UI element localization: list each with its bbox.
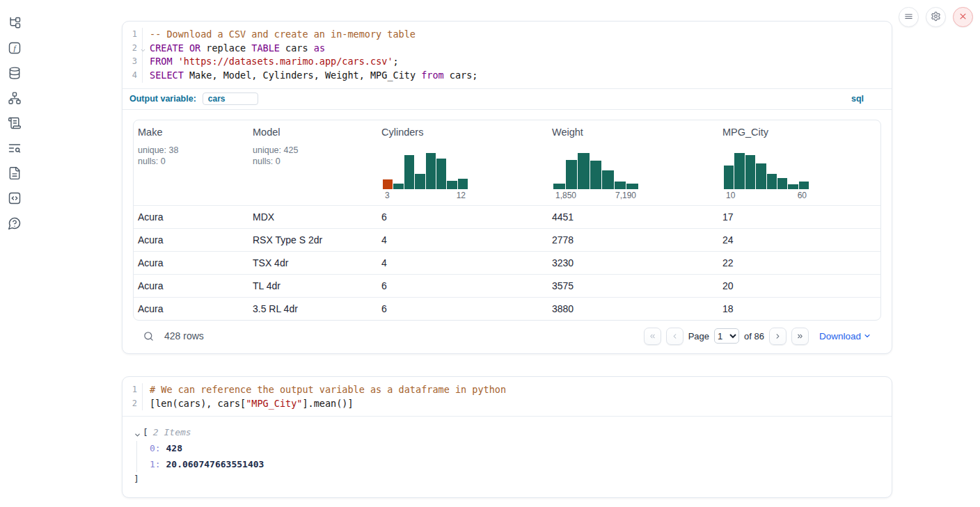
database-icon[interactable]: [8, 66, 22, 80]
file-tree-icon[interactable]: [8, 16, 22, 30]
code-text: CREATE OR replace TABLE cars as: [142, 42, 883, 56]
close-bracket: ]: [134, 472, 880, 486]
dependency-graph-icon[interactable]: [8, 91, 22, 105]
histogram-bar: [566, 160, 578, 189]
table-cell: Acura: [134, 298, 248, 320]
histogram-bar: [724, 166, 734, 189]
histogram-bar: [426, 153, 436, 189]
table-cell: 3.5 RL 4dr: [248, 298, 377, 320]
table-cell: 6: [377, 298, 548, 320]
table-cell: 3230: [548, 252, 718, 274]
chevron-down-icon: [863, 330, 871, 342]
histogram-bar: [777, 178, 787, 189]
python-output: [ 2 Items 0: 4281: 20.060747663551403 ]: [122, 416, 892, 497]
sql-code-editor[interactable]: 1-- Download a CSV and create an in-memo…: [122, 22, 892, 88]
download-label: Download: [819, 331, 861, 341]
table-cell: TL 4dr: [248, 275, 377, 297]
code-line: 1# We can reference the output variable …: [122, 383, 883, 397]
scratchpad-icon[interactable]: [8, 116, 22, 130]
line-number: 3: [122, 55, 142, 69]
page-select[interactable]: 1: [714, 328, 739, 344]
next-page-button[interactable]: [769, 328, 787, 345]
histogram-bar: [745, 155, 755, 189]
column-name[interactable]: Make: [138, 127, 162, 138]
column-histogram: 1060: [724, 153, 809, 201]
table-cell: 20: [718, 275, 880, 297]
histogram-bar: [788, 184, 798, 189]
histogram-bar: [590, 161, 602, 189]
help-icon[interactable]: [8, 216, 22, 230]
code-line: 2CREATE OR replace TABLE cars as: [122, 42, 883, 56]
open-bracket: [: [143, 426, 148, 440]
column-stats: unique: 425nulls: 0: [253, 145, 373, 168]
language-badge: sql: [851, 94, 885, 104]
histogram-bar: [767, 174, 777, 189]
last-page-button[interactable]: [791, 328, 809, 345]
table-cell: Acura: [134, 206, 248, 228]
shutdown-button[interactable]: [953, 7, 973, 27]
table-row: Acura3.5 RL 4dr6388018: [134, 297, 880, 320]
first-page-button[interactable]: [644, 328, 661, 345]
menu-icon: [903, 11, 914, 24]
table-row: AcuraRSX Type S 2dr4277824: [134, 228, 880, 251]
table-row: AcuraMDX6445117: [134, 205, 880, 228]
code-text: # We can reference the output variable a…: [142, 383, 883, 397]
items-count-label: 2 Items: [153, 426, 191, 440]
table-output: Makeunique: 38nulls: 0Modelunique: 425nu…: [122, 109, 892, 353]
column-header: Makeunique: 38nulls: 0: [134, 120, 248, 205]
table-cell: Acura: [134, 275, 248, 297]
table-cell: TSX 4dr: [248, 252, 377, 274]
column-name[interactable]: MPG_City: [722, 127, 768, 138]
settings-button[interactable]: [926, 7, 946, 27]
histogram-bar: [383, 179, 393, 189]
code-text: -- Download a CSV and create an in-memor…: [142, 28, 883, 42]
collapse-chevron-icon[interactable]: [134, 429, 141, 437]
sidebar: f: [0, 0, 29, 507]
notebook-main: 1-- Download a CSV and create an in-memo…: [122, 0, 892, 498]
list-item: 1: 20.060747663551403: [150, 457, 880, 473]
pagination: Page 1 of 86: [644, 328, 809, 345]
column-histogram: 312: [383, 153, 468, 201]
python-cell: 1# We can reference the output variable …: [122, 376, 892, 498]
download-button[interactable]: Download: [819, 330, 871, 342]
histogram-bar: [615, 182, 626, 189]
function-icon[interactable]: f: [8, 41, 22, 55]
column-name[interactable]: Cylinders: [381, 127, 423, 138]
documentation-icon[interactable]: [8, 166, 22, 180]
table-cell: 4: [377, 252, 548, 274]
histogram-max-label: 12: [457, 191, 466, 200]
line-number: 2: [122, 397, 142, 411]
table-cell: Acura: [134, 252, 248, 274]
column-header: Modelunique: 425nulls: 0: [248, 120, 377, 205]
code-text: [len(cars), cars["MPG_City"].mean()]: [142, 397, 883, 411]
table-cell: MDX: [248, 206, 377, 228]
column-name[interactable]: Weight: [552, 127, 583, 138]
logs-search-icon[interactable]: [8, 141, 22, 155]
table-cell: 18: [718, 298, 880, 320]
sql-cell: 1-- Download a CSV and create an in-memo…: [122, 21, 892, 354]
table-cell: 2778: [548, 229, 718, 251]
table-footer: 428 rows Page 1 of 86 Download: [133, 321, 881, 353]
output-variable-input[interactable]: [203, 92, 258, 105]
histogram-max-label: 7,190: [615, 191, 636, 200]
menu-button[interactable]: [899, 7, 919, 27]
column-name[interactable]: Model: [253, 127, 280, 138]
histogram-bar: [602, 170, 614, 189]
histogram-bar: [447, 181, 457, 189]
table-cell: 24: [718, 229, 880, 251]
page-label: Page: [688, 331, 709, 341]
histogram-bar: [756, 163, 766, 189]
column-header: Weight1,8507,190: [548, 120, 718, 205]
histogram-bar: [626, 184, 638, 189]
notebook-actions-toolbar: [899, 7, 973, 27]
code-line: 1-- Download a CSV and create an in-memo…: [122, 28, 883, 42]
table-cell: 3575: [548, 275, 718, 297]
snippets-icon[interactable]: [8, 191, 22, 205]
search-icon[interactable]: [143, 330, 155, 342]
python-code-editor[interactable]: 1# We can reference the output variable …: [122, 377, 892, 416]
svg-text:f: f: [13, 44, 17, 52]
fold-chevron-icon[interactable]: [140, 45, 146, 51]
prev-page-button[interactable]: [666, 328, 683, 345]
histogram-bar: [578, 153, 590, 189]
table-body: AcuraMDX6445117AcuraRSX Type S 2dr427782…: [134, 205, 880, 320]
